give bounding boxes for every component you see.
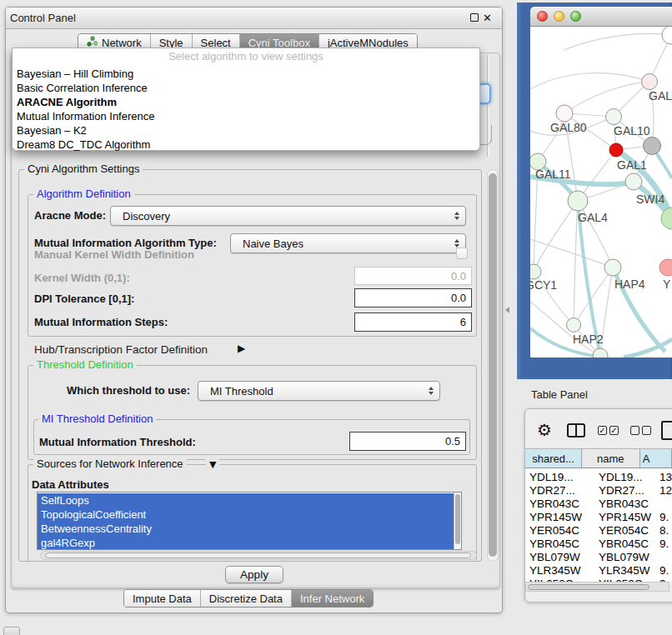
column-header-shared-name[interactable]: shared...	[525, 448, 582, 468]
show-all-columns-icon[interactable]: ✓ ✓	[598, 426, 619, 435]
sources-group-title[interactable]: Sources for Network Inference	[33, 458, 187, 470]
algorithm-item-bayesian-hill-climbing[interactable]: Bayesian – Hill Climbing	[13, 67, 479, 81]
table-hscrollbar-thumb[interactable]	[528, 584, 649, 590]
collapse-down-icon[interactable]: ▼	[206, 459, 219, 471]
mi-threshold-field[interactable]: 0.5	[349, 432, 466, 451]
table-row[interactable]: YDR27...YDR27...12	[525, 484, 672, 498]
tab-discretize-data[interactable]: Discretize Data	[200, 590, 291, 607]
column-header-name[interactable]: name	[582, 448, 640, 468]
table-cell: YBR043C	[525, 498, 590, 511]
list-scrollbar-track[interactable]	[454, 492, 461, 549]
table-cell: 13	[657, 471, 672, 484]
algorithm-item-aracne-algorithm[interactable]: ARACNE Algorithm	[13, 95, 479, 109]
gear-icon[interactable]: ⚙	[537, 421, 552, 439]
control-panel-titlebar[interactable]: Control Panel ✕	[6, 8, 502, 29]
kernel-width-field[interactable]: 0.0	[354, 267, 472, 285]
bottom-tabstrip: Impute DataDiscretize DataInfer Network	[123, 589, 374, 608]
collapsed-panel-icon[interactable]	[3, 627, 20, 635]
network-node-gal1[interactable]	[609, 143, 623, 157]
close-icon[interactable]: ✕	[483, 13, 492, 23]
table-row[interactable]: YER054CYER054C8.	[525, 524, 672, 538]
network-node-swi4[interactable]	[625, 173, 642, 190]
network-node-y[interactable]	[659, 259, 672, 276]
columns-icon[interactable]	[567, 423, 585, 438]
table-cell: 9.	[657, 511, 672, 524]
network-node[interactable]	[644, 138, 661, 155]
network-node-gal10[interactable]	[606, 109, 622, 125]
zoom-traffic-light-icon[interactable]	[570, 11, 581, 22]
table-body: YDL19...YDL19...13YDR27...YDR27...12YBR0…	[525, 468, 672, 582]
checked-box-icon: ✓	[598, 426, 607, 435]
network-node-gcy1[interactable]	[530, 264, 541, 279]
panel-divider-arrow-icon[interactable]	[505, 307, 509, 313]
settings-hscrollbar-thumb[interactable]	[45, 552, 471, 558]
tab-label: Discretize Data	[209, 592, 283, 605]
attribute-item-topologicalcoefficient[interactable]: TopologicalCoefficient	[38, 508, 454, 522]
attribute-item-betweennesscentrality[interactable]: BetweennessCentrality	[38, 522, 454, 536]
algorithm-select-popup: Select algorithm to view settings Bayesi…	[12, 48, 480, 151]
dpi-tolerance-label: DPI Tolerance [0,1]:	[34, 292, 134, 305]
minimize-traffic-light-icon[interactable]	[554, 11, 564, 22]
apply-button[interactable]: Apply	[225, 566, 283, 583]
table-row[interactable]: YDL19...YDL19...13	[525, 471, 672, 484]
attribute-items: SelfLoopsTopologicalCoefficientBetweenne…	[38, 493, 454, 550]
expand-right-icon[interactable]: ▶	[238, 342, 245, 354]
settings-hscrollbar-track[interactable]	[40, 551, 477, 560]
network-window-titlebar[interactable]	[530, 7, 672, 27]
table-cell	[657, 551, 672, 564]
tab-infer-network[interactable]: Infer Network	[291, 590, 373, 607]
table-cell: YPR145W	[590, 511, 657, 524]
which-threshold-combo[interactable]: MI Threshold	[198, 381, 440, 401]
table-cell: 9.	[657, 538, 672, 551]
settings-vscrollbar-track[interactable]	[487, 169, 499, 562]
manual-kernel-label: Manual Kernel Width Definition	[34, 248, 194, 261]
algorithm-item-basic-correlation-inference[interactable]: Basic Correlation Inference	[13, 81, 479, 95]
table-cell: YBL079W	[525, 551, 590, 564]
network-node-gal4[interactable]	[568, 191, 588, 211]
attribute-item-selfloops[interactable]: SelfLoops	[38, 493, 454, 508]
hide-all-columns-icon[interactable]	[630, 426, 651, 435]
table-panel-title: Table Panel	[531, 388, 588, 401]
network-node-hap4[interactable]	[604, 259, 621, 276]
list-scrollbar-thumb[interactable]	[455, 494, 460, 544]
float-icon[interactable]	[470, 13, 479, 22]
manual-kernel-checkbox[interactable]	[456, 248, 468, 259]
table-cell: 12	[657, 484, 672, 498]
table-row[interactable]: YBR043CYBR043C	[525, 498, 672, 511]
mi-type-combo[interactable]: Naive Bayes	[230, 233, 466, 253]
data-attributes-label: Data Attributes	[32, 478, 109, 491]
hub-tf-section-label[interactable]: Hub/Transcription Factor Definition	[34, 343, 208, 356]
table-cell: YBR045C	[590, 538, 657, 551]
settings-vscrollbar-thumb[interactable]	[489, 173, 497, 557]
table-row[interactable]: YBL079WYBL079W	[525, 551, 672, 564]
unchecked-box-icon	[642, 426, 651, 435]
mi-steps-field[interactable]: 6	[354, 312, 472, 332]
table-row[interactable]: YPR145WYPR145W9.	[525, 511, 672, 524]
algorithm-item-mutual-information-inference[interactable]: Mutual Information Inference	[13, 109, 479, 123]
algorithm-item-dream8-dc-tdc-algorithm[interactable]: Dream8 DC_TDC Algorithm	[13, 138, 479, 152]
node-label-y: Y	[663, 278, 671, 291]
panel-title: Control Panel	[6, 8, 502, 28]
table-row[interactable]: YBR045CYBR045C9.	[525, 538, 672, 551]
dpi-tolerance-field[interactable]: 0.0	[354, 288, 472, 308]
algorithm-item-bayesian-k2[interactable]: Bayesian – K2	[13, 123, 479, 138]
tab-impute-data[interactable]: Impute Data	[124, 590, 200, 607]
threshold-definition-title: Threshold Definition	[33, 359, 137, 371]
close-traffic-light-icon[interactable]	[537, 11, 548, 22]
column-header-partial[interactable]: A	[640, 448, 672, 468]
aracne-mode-combo[interactable]: Discovery	[110, 206, 466, 226]
network-canvas[interactable]: GAL2GAL80GAL10GAL1SWI4GAL11GAL4GCY1HAP4Y…	[530, 27, 672, 358]
mi-type-value: Naive Bayes	[237, 238, 303, 250]
table-cell: 8.	[657, 524, 672, 538]
network-node-hap2[interactable]	[567, 318, 581, 332]
table-hscrollbar-track[interactable]	[525, 582, 669, 592]
node-label-gal1: GAL1	[617, 158, 647, 172]
network-node-gal2[interactable]	[642, 74, 658, 90]
table-cell: YDR27...	[525, 484, 590, 498]
network-node-gal80[interactable]	[556, 105, 573, 122]
attribute-item-gal4rgexp[interactable]: gal4RGexp	[38, 536, 454, 550]
new-table-icon[interactable]	[661, 421, 672, 440]
table-row[interactable]: YLR345WYLR345W9.	[525, 564, 672, 578]
network-node[interactable]	[662, 27, 672, 44]
node-label-hap2: HAP2	[573, 332, 604, 346]
